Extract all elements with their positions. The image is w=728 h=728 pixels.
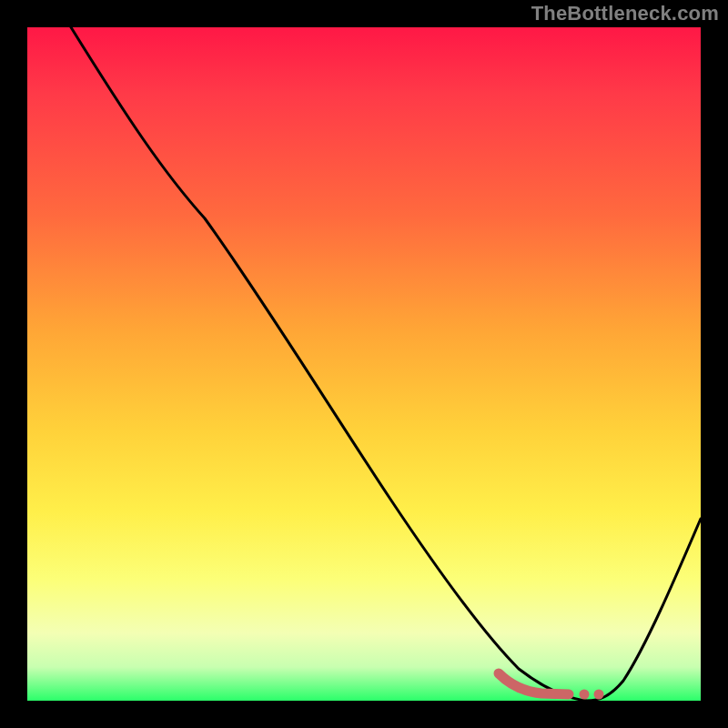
chart-frame: TheBottleneck.com <box>0 0 728 728</box>
plot-area <box>27 27 701 701</box>
bottleneck-curve <box>71 27 701 701</box>
highlight-segment <box>499 673 569 694</box>
curve-layer <box>27 27 701 701</box>
watermark-text: TheBottleneck.com <box>531 2 719 25</box>
highlight-dot <box>594 690 604 700</box>
highlight-dot <box>580 690 590 700</box>
